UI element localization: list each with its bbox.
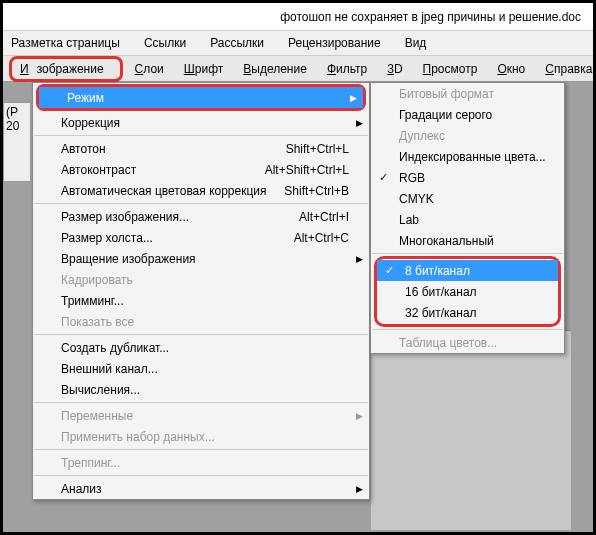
label: Анализ <box>61 482 102 496</box>
menu-item-image-size[interactable]: Размер изображения... Alt+Ctrl+I <box>33 206 369 227</box>
label: 8 бит/канал <box>405 264 470 278</box>
menu-item-trim[interactable]: Тримминг... <box>33 290 369 311</box>
label: Вращение изображения <box>61 252 196 266</box>
menu-window[interactable]: Окно <box>489 59 533 79</box>
menu-item-variables: Переменные ▶ <box>33 405 369 426</box>
menu-help[interactable]: Справка <box>537 59 596 79</box>
submenu-color-table: Таблица цветов... <box>371 332 564 353</box>
menu-review[interactable]: Рецензирование <box>288 36 381 50</box>
label: Создать дубликат... <box>61 341 169 355</box>
menu-view[interactable]: Просмотр <box>415 59 486 79</box>
check-icon: ✓ <box>385 264 394 277</box>
menu-item-adjustments-label: Коррекция <box>61 116 120 130</box>
shortcut: Alt+Shift+Ctrl+L <box>265 163 349 177</box>
submenu-arrow-icon: ▶ <box>356 254 363 264</box>
submenu-arrow-icon: ▶ <box>356 484 363 494</box>
label: Размер холста... <box>61 231 153 245</box>
menu-item-apply-image[interactable]: Внешний канал... <box>33 358 369 379</box>
separator <box>34 135 368 136</box>
label: 32 бит/канал <box>405 306 477 320</box>
label: 16 бит/канал <box>405 285 477 299</box>
label: Вычисления... <box>61 383 140 397</box>
photoshop-menubar: Изображение Слои Шрифт Выделение Фильтр … <box>3 56 593 82</box>
menu-item-reveal-all: Показать все <box>33 311 369 332</box>
label: Тримминг... <box>61 294 124 308</box>
label: RGB <box>399 171 425 185</box>
document-area <box>371 330 571 530</box>
submenu-16bit[interactable]: 16 бит/канал <box>377 281 558 302</box>
label: Битовый формат <box>399 87 494 101</box>
label: Внешний канал... <box>61 362 158 376</box>
stub-text1: (P <box>6 105 28 119</box>
label: Треппинг... <box>61 456 120 470</box>
label: Многоканальный <box>399 234 494 248</box>
menu-item-autocolor[interactable]: Автоматическая цветовая коррекция Shift+… <box>33 180 369 201</box>
menu-item-mode[interactable]: Режим ▶ <box>39 87 363 108</box>
menu-item-rotate[interactable]: Вращение изображения ▶ <box>33 248 369 269</box>
window-title: фотошоп не сохраняет в jpeg причины и ре… <box>280 10 581 24</box>
submenu-8bit[interactable]: ✓ 8 бит/канал <box>377 260 558 281</box>
submenu-arrow-icon: ▶ <box>350 93 357 103</box>
menu-item-autocontrast[interactable]: Автоконтраст Alt+Shift+Ctrl+L <box>33 159 369 180</box>
menu-item-canvas-size[interactable]: Размер холста... Alt+Ctrl+C <box>33 227 369 248</box>
shortcut: Alt+Ctrl+I <box>299 210 349 224</box>
menu-layers[interactable]: Слои <box>127 59 172 79</box>
menu-item-mode-label: Режим <box>67 91 104 105</box>
mode-submenu: Битовый формат Градации серого Дуплекс И… <box>370 82 565 354</box>
menu-font[interactable]: Шрифт <box>176 59 231 79</box>
submenu-arrow-icon: ▶ <box>356 411 363 421</box>
submenu-indexed[interactable]: Индексированные цвета... <box>371 146 564 167</box>
menu-item-duplicate[interactable]: Создать дубликат... <box>33 337 369 358</box>
label: Автотон <box>61 142 106 156</box>
separator <box>34 402 368 403</box>
submenu-grayscale[interactable]: Градации серого <box>371 104 564 125</box>
menu-image[interactable]: Изображение <box>9 56 123 82</box>
separator <box>34 334 368 335</box>
menu-page-layout[interactable]: Разметка страницы <box>11 36 120 50</box>
submenu-cmyk[interactable]: CMYK <box>371 188 564 209</box>
check-icon: ✓ <box>379 171 388 184</box>
menu-links[interactable]: Ссылки <box>144 36 186 50</box>
separator <box>372 329 563 330</box>
label: Автоконтраст <box>61 163 136 177</box>
stub-text2: 20 <box>6 119 28 133</box>
menu-item-analysis[interactable]: Анализ ▶ <box>33 478 369 499</box>
submenu-bitmap: Битовый формат <box>371 83 564 104</box>
label: Lab <box>399 213 419 227</box>
menu-item-apply-dataset: Применить набор данных... <box>33 426 369 447</box>
separator <box>372 253 563 254</box>
menu-filter[interactable]: Фильтр <box>319 59 375 79</box>
shortcut: Shift+Ctrl+L <box>286 142 349 156</box>
label: Показать все <box>61 315 134 329</box>
label: Индексированные цвета... <box>399 150 546 164</box>
label: Размер изображения... <box>61 210 189 224</box>
label: Применить набор данных... <box>61 430 215 444</box>
shortcut: Shift+Ctrl+B <box>284 184 349 198</box>
panel-stub: (P 20 <box>3 102 31 182</box>
menu-item-trap: Треппинг... <box>33 452 369 473</box>
submenu-rgb[interactable]: ✓ RGB <box>371 167 564 188</box>
separator <box>34 203 368 204</box>
label: Автоматическая цветовая коррекция <box>61 184 267 198</box>
label: Дуплекс <box>399 129 445 143</box>
menu-item-crop: Кадрировать <box>33 269 369 290</box>
menu-3d[interactable]: 3D <box>379 59 410 79</box>
content-area: (P 20 Режим ▶ Коррекция ▶ Автотон Shift+… <box>3 82 593 532</box>
menu-view[interactable]: Вид <box>405 36 427 50</box>
menu-select[interactable]: Выделение <box>235 59 315 79</box>
label: Кадрировать <box>61 273 133 287</box>
label: CMYK <box>399 192 434 206</box>
shortcut: Alt+Ctrl+C <box>294 231 349 245</box>
submenu-duotone: Дуплекс <box>371 125 564 146</box>
menu-item-calculations[interactable]: Вычисления... <box>33 379 369 400</box>
submenu-32bit[interactable]: 32 бит/канал <box>377 302 558 323</box>
submenu-multichannel[interactable]: Многоканальный <box>371 230 564 251</box>
separator <box>34 475 368 476</box>
menu-mailings[interactable]: Рассылки <box>210 36 264 50</box>
titlebar: фотошоп не сохраняет в jpeg причины и ре… <box>3 3 593 31</box>
label: Переменные <box>61 409 133 423</box>
label: Таблица цветов... <box>399 336 497 350</box>
submenu-lab[interactable]: Lab <box>371 209 564 230</box>
menu-item-adjustments[interactable]: Коррекция ▶ <box>33 112 369 133</box>
menu-item-autotone[interactable]: Автотон Shift+Ctrl+L <box>33 138 369 159</box>
